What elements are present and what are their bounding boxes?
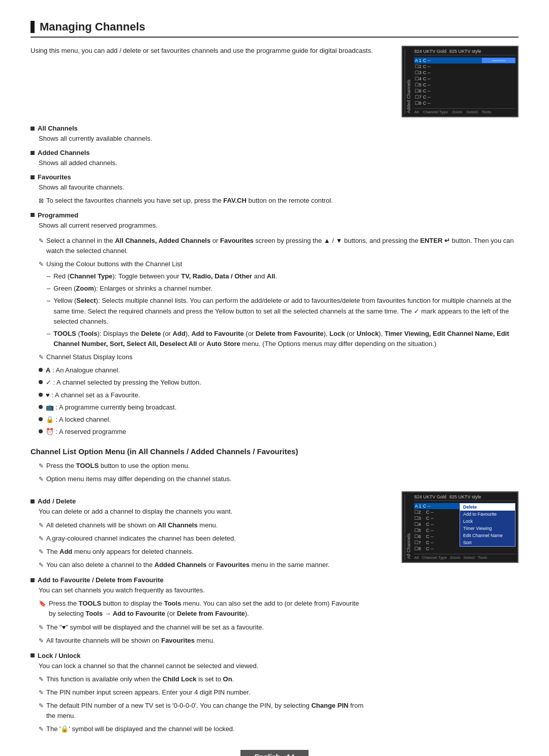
programmed-section: Programmed Shows all current reserved pr…: [30, 211, 518, 231]
option-differ-note: ✎ Option menu items may differ depending…: [39, 474, 518, 484]
all-channels-text: Shows all currently available channels.: [39, 134, 518, 144]
note-icon: ⊠: [39, 196, 44, 206]
page-footer: English - 14: [30, 750, 518, 756]
all-channels-section: All Channels Shows all currently availab…: [30, 124, 518, 144]
note-1: ✎ Select a channel in the All Channels, …: [39, 236, 518, 256]
add-favourite-label: Add to Favourite / Delete from Favourite: [38, 576, 164, 584]
note-icon: ✎: [39, 675, 44, 684]
note-icon: ✎: [39, 521, 44, 530]
press-tools-note: ✎ Press the TOOLS button to use the opti…: [39, 461, 518, 471]
favourites-section: Favourites Shows all favourite channels.…: [30, 173, 518, 206]
add-favourite-text: You can set channels you watch frequentl…: [39, 585, 366, 595]
favourites-note: ⊠ To select the favourites channels you …: [39, 196, 518, 206]
lock-note3: ✎ The default PIN number of a new TV set…: [39, 701, 366, 721]
lock-note4: ✎ The '🔒' symbol will be displayed and t…: [39, 724, 366, 734]
tv2-popup-item: Timer Viewing: [460, 525, 515, 532]
page-title: Managing Channels: [30, 20, 518, 38]
title-text: Managing Channels: [40, 20, 145, 34]
add-delete-label: Add / Delete: [38, 497, 76, 505]
all-channels-label: All Channels: [38, 124, 78, 132]
sub-item-green: – Green (Zoom): Enlarges or shrinks a ch…: [47, 284, 518, 294]
add-delete-note4: ✎ You can also delete a channel to the A…: [39, 560, 366, 570]
programmed-text: Shows all current reserved programmes.: [39, 220, 518, 231]
lock-unlock-heading: Lock / Unlock: [30, 652, 366, 659]
note-icon: ✎: [39, 701, 44, 711]
note-icon: ✎: [39, 461, 44, 471]
tv2-popup-item-selected: Delete: [460, 503, 515, 511]
sub-list: – Red (Channel Type): Toggle between you…: [47, 271, 518, 349]
note-icon: ✎: [39, 688, 44, 698]
tv-channel-row: ☐3C --: [414, 70, 515, 76]
lock-unlock-label: Lock / Unlock: [38, 652, 81, 659]
add-delete-note3: ✎ The Add menu only appears for deleted …: [39, 547, 366, 557]
add-delete-heading: Add / Delete: [30, 497, 366, 505]
option-differ-text: Option menu items may differ depending o…: [46, 474, 518, 484]
note-icon: ✎: [39, 236, 44, 246]
add-fav-note3: ✎ All favourite channels will be shown o…: [39, 636, 366, 646]
note-icon: ✎: [39, 353, 44, 362]
note-icon: ✎: [39, 560, 44, 570]
tv2-popup-menu: Delete Add to Favourite Lock Timer Viewi…: [460, 503, 515, 547]
tv-channel-row: ☐7C --: [414, 94, 515, 100]
bullet-icon: [30, 499, 35, 503]
note-icon: ✎: [39, 475, 44, 484]
bullet-icon: [39, 405, 43, 409]
footer-badge: English - 14: [240, 750, 309, 756]
bullet-icon: [30, 127, 35, 131]
note-2-text: Using the Colour buttons with the Channe…: [46, 259, 518, 269]
intro-section: Using this menu, you can add / delete or…: [30, 46, 518, 117]
tv-channel-row: ☐6C --: [414, 88, 515, 94]
bullet-icon: [39, 368, 43, 372]
tv-footer: All Channel Type Zoom Select Tools: [414, 108, 515, 114]
tv2-channel-list: A 1 C -- ☐2C -- ☐3C -- ☐4C -- ☐5C -- ☐6C…: [414, 503, 515, 552]
note-icon: 🔖: [39, 599, 46, 609]
lock-note2: ✎ The PIN number input screen appears. E…: [39, 687, 366, 698]
tv-channel-row: ☐2C --: [414, 64, 515, 70]
lock-unlock-text: You can lock a channel so that the chann…: [39, 661, 366, 671]
icon-check: ✓ : A channel selected by pressing the Y…: [39, 377, 518, 388]
favourites-text: Shows all favourite channels.: [39, 182, 518, 193]
favourites-heading: Favourites: [30, 173, 518, 181]
sub-item-red: – Red (Channel Type): Toggle between you…: [47, 271, 518, 281]
icon-lock: 🔒 : A locked channel.: [39, 415, 518, 425]
bullet-icon: [39, 417, 43, 421]
tv2-sidebar: All Channels: [405, 494, 412, 560]
intro-text: Using this menu, you can add / delete or…: [30, 46, 376, 56]
sub-item-yellow: – Yellow (Select): Selects multiple chan…: [47, 296, 518, 326]
tv-header: 824 UKTV Gold 825 UKTV style: [414, 49, 515, 55]
tv2-popup-item: Sort: [460, 539, 515, 546]
note-icon: ✎: [39, 260, 44, 269]
bullet-icon: [30, 175, 35, 179]
bottom-section: Add / Delete You can delete or add a cha…: [30, 491, 518, 734]
tv-channel-row: ☐8C --: [414, 100, 515, 106]
add-fav-note2: ✎ The "♥" symbol will be displayed and t…: [39, 622, 366, 633]
press-tools-text: Press the TOOLS button to use the option…: [46, 461, 518, 471]
title-bar-decoration: [30, 21, 35, 33]
note-icon: ✎: [39, 724, 44, 734]
bullet-icon: [30, 653, 35, 657]
tv-sidebar-label: Added Channels: [405, 49, 412, 114]
tv-channel-row: A 1 C -- ────: [414, 57, 515, 64]
add-delete-note1: ✎ All deleted channels will be shown on …: [39, 520, 366, 530]
add-delete-note2: ✎ A gray-coloured channel indicates the …: [39, 533, 366, 544]
note-status-text: Channel Status Display Icons: [46, 352, 518, 362]
bottom-left-content: Add / Delete You can delete or add a cha…: [30, 491, 366, 734]
bullet-icon: [39, 380, 43, 384]
bullet-icon: [30, 578, 35, 582]
favourites-label: Favourites: [38, 173, 71, 181]
icon-reserved: ⏰ : A reserved programme: [39, 427, 518, 437]
tv2-popup-item: Add to Favourite: [460, 511, 515, 518]
lock-note1: ✎ This function is available only when t…: [39, 674, 366, 684]
added-channels-text: Shows all added channels.: [39, 158, 518, 168]
bullet-icon: [39, 393, 43, 397]
tv2-popup-item: Lock: [460, 518, 515, 525]
icon-broadcast: 📺 : A programme currently being broadcas…: [39, 402, 518, 413]
sub-item-tools: – TOOLS (Tools): Displays the Delete (or…: [47, 329, 518, 349]
tv-content-1: 824 UKTV Gold 825 UKTV style A 1 C -- ──…: [414, 49, 515, 114]
added-channels-heading: Added Channels: [30, 149, 518, 156]
tv-channel-row: ☐4C --: [414, 76, 515, 82]
note-1-text: Select a channel in the All Channels, Ad…: [46, 236, 518, 256]
added-channels-section: Added Channels Shows all added channels.: [30, 149, 518, 168]
tv-screen-2: All Channels 824 UKTV Gold 825 UKTV styl…: [402, 491, 518, 563]
bullet-icon: [39, 429, 43, 433]
